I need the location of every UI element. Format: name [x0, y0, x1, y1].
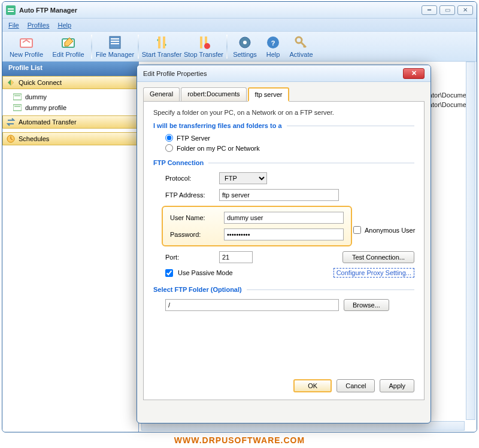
port-input[interactable] [219, 251, 253, 263]
svg-text:?: ? [271, 39, 275, 47]
clock-icon [7, 135, 15, 143]
ok-button[interactable]: OK [293, 379, 332, 392]
menu-profiles[interactable]: Profiles [28, 22, 50, 29]
radio-ftp-label: FTP Server [177, 135, 210, 142]
tab-panel: Specify a folder on your PC, on a Networ… [143, 101, 425, 400]
profile-icon [13, 93, 22, 101]
menu-help[interactable]: Help [57, 22, 71, 29]
stop-transfer-button[interactable]: Stop Transfer [183, 32, 224, 61]
edit-profile-button[interactable]: Edit Profile [48, 32, 89, 61]
title-bar: Auto FTP Manager ━ ▭ ✕ [2, 2, 477, 19]
protocol-label: Protocol: [165, 175, 214, 182]
app-title: Auto FTP Manager [19, 7, 422, 14]
ftp-folder-title: Select FTP Folder (Optional) [153, 286, 414, 293]
footer-url: WWW.DRPUSOFTWARE.COM [0, 432, 479, 448]
hint-text: Specify a folder on your PC, on a Networ… [153, 109, 414, 116]
maximize-button[interactable]: ▭ [439, 5, 455, 15]
anonymous-checkbox[interactable] [353, 226, 361, 234]
svg-rect-18 [13, 105, 22, 111]
sidebar-header: Profile List [2, 62, 138, 76]
svg-rect-8 [163, 36, 165, 48]
cancel-button[interactable]: Cancel [336, 379, 375, 392]
quick-connect-section[interactable]: Quick Connect [2, 76, 138, 89]
passive-label: Use Passive Mode [178, 269, 233, 276]
anonymous-label: Anonymous User [365, 227, 415, 234]
activate-button[interactable]: Activate [286, 32, 316, 61]
svg-rect-6 [111, 43, 119, 44]
svg-point-11 [204, 43, 210, 49]
app-icon [6, 5, 16, 15]
profile-item-dummy[interactable]: dummy [2, 92, 138, 102]
file-manager-button[interactable]: File Manager [95, 32, 135, 61]
gear-icon [238, 35, 252, 50]
minimize-button[interactable]: ━ [422, 5, 437, 15]
protocol-select[interactable]: FTP [219, 172, 267, 184]
stop-transfer-icon [196, 35, 211, 50]
settings-button[interactable]: Settings [230, 32, 260, 61]
svg-rect-4 [111, 38, 119, 39]
menu-file[interactable]: File [8, 22, 19, 29]
username-input[interactable] [224, 212, 344, 224]
browse-button[interactable]: Browse... [344, 299, 389, 311]
tab-ftp-server[interactable]: ftp server [248, 87, 290, 102]
new-profile-button[interactable]: New Profile [6, 32, 47, 61]
svg-rect-17 [13, 94, 22, 100]
tab-documents[interactable]: robert:Documents [181, 87, 246, 102]
ftp-address-input[interactable] [219, 189, 339, 201]
radio-folder-label: Folder on my PC or Network [177, 145, 260, 152]
port-label: Port: [165, 254, 214, 261]
test-connection-button[interactable]: Test Connection... [342, 251, 414, 263]
vertical-scrollbar[interactable] [466, 62, 475, 420]
svg-rect-5 [111, 41, 119, 42]
automated-transfer-icon [7, 118, 15, 126]
radio-ftp-server[interactable] [165, 134, 173, 142]
radio-local-folder[interactable] [165, 144, 173, 152]
username-label: User Name: [170, 214, 219, 221]
address-label: FTP Address: [165, 191, 214, 199]
toolbar: New Profile Edit Profile File Manager St… [2, 32, 477, 62]
quick-connect-icon [7, 78, 15, 87]
help-button[interactable]: ? Help [261, 32, 285, 61]
password-input[interactable] [224, 228, 344, 240]
key-icon [294, 35, 308, 50]
edit-profile-dialog: Edit Profile Properties ✕ General robert… [137, 65, 431, 423]
svg-rect-0 [6, 5, 16, 15]
configure-proxy-link[interactable]: Configure Proxy Setting... [334, 268, 414, 278]
passive-mode-checkbox[interactable] [165, 269, 173, 277]
ftp-connection-title: FTP Connection [153, 159, 414, 166]
dialog-title: Edit Profile Properties [143, 70, 403, 77]
svg-rect-9 [200, 36, 202, 48]
transfer-group-title: I will be transferring files and folders… [153, 122, 414, 129]
automated-transfer-section[interactable]: Automated Transfer [2, 115, 138, 129]
file-manager-icon [108, 35, 122, 50]
profile-icon [13, 103, 22, 112]
profile-item-dummy-profile[interactable]: dummy profile [2, 102, 138, 113]
ftp-folder-input[interactable] [165, 299, 339, 311]
schedules-section[interactable]: Schedules [2, 132, 138, 145]
svg-point-13 [243, 41, 247, 44]
start-transfer-icon [154, 35, 169, 50]
start-transfer-button[interactable]: Start Transfer [141, 32, 182, 61]
dialog-tabs: General robert:Documents ftp server [137, 82, 431, 101]
dialog-title-bar: Edit Profile Properties ✕ [137, 65, 431, 82]
close-button[interactable]: ✕ [457, 5, 473, 15]
menu-bar: File Profiles Help [2, 19, 477, 32]
sidebar: Profile List Quick Connect dummy dummy p… [2, 62, 139, 432]
edit-profile-icon [61, 35, 75, 50]
apply-button[interactable]: Apply [380, 379, 414, 392]
tab-general[interactable]: General [143, 87, 180, 102]
password-label: Password: [170, 231, 219, 238]
help-icon: ? [266, 35, 280, 50]
credentials-highlight: User Name: Password: [162, 206, 352, 246]
new-profile-icon [19, 35, 34, 50]
dialog-close-button[interactable]: ✕ [403, 68, 425, 79]
svg-rect-7 [158, 36, 160, 48]
